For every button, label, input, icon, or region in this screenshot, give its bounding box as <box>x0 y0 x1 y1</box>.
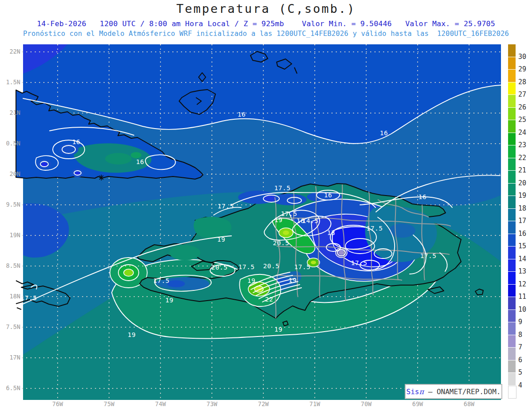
colorbar-cell <box>508 234 516 247</box>
contour-label-16: 16 <box>324 192 332 199</box>
contour-label-22: 22 <box>265 296 273 303</box>
lon-tick-68W: 68W <box>464 400 474 407</box>
colorbar-tick-9: 9 <box>518 318 522 326</box>
colorbar-cell <box>508 322 516 335</box>
contour-label-20.5: 20.5 <box>211 264 228 271</box>
header-model-run-info: Pronóstico con el Modelo Atmósferico WRF… <box>0 30 532 38</box>
colorbar-cell <box>508 82 516 95</box>
colorbar-cell <box>508 209 516 221</box>
page-title: Temperatura (C,somb.) <box>0 2 532 16</box>
lat-tick-22N: 22N <box>0 48 20 55</box>
lat-tick-17N: 17N <box>0 354 20 361</box>
lat-tick-20N: 20N <box>0 170 20 177</box>
lat-tick-19N: 19N <box>0 231 20 239</box>
colorbar-cell <box>508 335 516 348</box>
contour-label-19: 19 <box>274 216 282 223</box>
lat-tick-6.5N: 6.5N <box>0 384 20 391</box>
colorbar-tick-26: 26 <box>518 103 526 111</box>
colorbar-cell <box>508 95 516 107</box>
colorbar-cell <box>508 272 516 284</box>
colorbar-cell <box>508 221 516 234</box>
pi-glyph: π <box>419 388 424 396</box>
colorbar-cell <box>508 348 516 360</box>
lat-tick-7.5N: 7.5N <box>0 323 20 330</box>
contour-label-19: 19 <box>247 277 255 284</box>
colorbar-tick-4: 4 <box>518 381 522 389</box>
contour-label-17.5: 17.5 <box>153 277 170 284</box>
contour-label-17.5: 17.5 <box>21 294 37 301</box>
lat-tick-21N: 21N <box>0 109 20 116</box>
contour-label-19: 19 <box>128 331 136 338</box>
colorbar-cell <box>508 297 516 309</box>
lon-tick-74W: 74W <box>155 400 166 407</box>
colorbar-tick-8: 8 <box>518 331 522 339</box>
colorbar-cell <box>508 44 516 57</box>
colorbar-cell <box>508 285 516 297</box>
colorbar-tick-25: 25 <box>518 116 526 124</box>
colorbar-cell <box>508 133 516 145</box>
colorbar-cell <box>508 184 516 196</box>
colorbar-tick-29: 29 <box>518 65 526 73</box>
colorbar-tick-15: 15 <box>518 242 526 250</box>
attribution-text: – ONAMET/REP.DOM. <box>424 388 501 396</box>
map-canvas <box>23 44 501 400</box>
contour-label-16: 16 <box>136 158 144 165</box>
colorbar-tick-16: 16 <box>518 230 526 238</box>
colorbar-cell <box>508 145 516 158</box>
lat-tick-18N: 18N <box>0 293 20 300</box>
contour-label-17.5: 17.5 <box>351 259 368 266</box>
header-validtime-minmax: 14-Feb-2026 1200 UTC / 8:00 am Hora Loca… <box>0 20 532 28</box>
contour-map-svg <box>23 44 501 400</box>
lat-tick-8.5N: 8.5N <box>0 262 20 269</box>
contour-label-16: 16 <box>238 111 246 118</box>
contour-label-17.5: 17.5 <box>218 203 234 210</box>
lon-tick-73W: 73W <box>207 400 217 407</box>
colorbar-tick-28: 28 <box>518 78 526 86</box>
lon-tick-72W: 72W <box>258 400 269 407</box>
attribution-box: Sisπ – ONAMET/REP.DOM. <box>405 384 502 399</box>
colorbar-tick-30: 30 <box>518 53 526 61</box>
contour-label-19: 19 <box>217 236 225 243</box>
colorbar-tick-5: 5 <box>518 368 522 376</box>
lon-tick-75W: 75W <box>104 400 114 407</box>
sispi-logo: Sisπ <box>407 388 424 396</box>
colorbar-cell <box>508 158 516 171</box>
colorbar-tick-27: 27 <box>518 90 526 98</box>
colorbar-cell <box>508 196 516 208</box>
colorbar-tick-14: 14 <box>518 255 526 263</box>
lon-tick-70W: 70W <box>361 400 372 407</box>
contour-label-17.5: 17.5 <box>294 263 311 270</box>
colorbar-cell <box>508 259 516 272</box>
lat-tick-1.5N: 1.5N <box>0 78 20 86</box>
colorbar-tick-19: 19 <box>518 192 526 200</box>
colorbar-tick-22: 22 <box>518 154 526 162</box>
lon-tick-69W: 69W <box>412 400 423 407</box>
lat-tick-0.5N: 0.5N <box>0 140 20 147</box>
colorbar-cell <box>508 373 516 385</box>
colorbar-tick-10: 10 <box>518 305 526 313</box>
contour-label-19: 19 <box>289 277 297 284</box>
contour-label-13: 13 <box>327 229 335 236</box>
contour-label-19: 19 <box>274 326 282 333</box>
colorbar-cell <box>508 171 516 183</box>
colorbar-tick-7: 7 <box>518 343 522 351</box>
colorbar-cell <box>508 247 516 259</box>
contour-label-17.5: 17.5 <box>239 263 255 270</box>
colorbar-tick-12: 12 <box>518 280 526 288</box>
colorbar-tick-21: 21 <box>518 166 526 174</box>
colorbar-tick-6: 6 <box>518 356 522 364</box>
colorbar-cell <box>508 360 516 373</box>
colorbar-cell <box>508 120 516 133</box>
contour-label-16: 16 <box>419 193 426 200</box>
colorbar-cell <box>508 108 516 120</box>
lon-tick-71W: 71W <box>309 400 320 407</box>
colorbar-cell <box>508 386 516 399</box>
colorbar-tick-20: 20 <box>518 179 526 187</box>
contour-label-17.5: 17.5 <box>420 252 437 259</box>
weather-map-page: Temperatura (C,somb.) 14-Feb-2026 1200 U… <box>0 0 532 411</box>
contour-label-20.5: 20.5 <box>273 239 289 247</box>
contour-label-16: 16 <box>72 138 80 145</box>
contour-label-20.5: 20.5 <box>263 262 280 270</box>
colorbar-tick-24: 24 <box>518 129 526 137</box>
contour-label-17.5: 17.5 <box>367 225 383 232</box>
